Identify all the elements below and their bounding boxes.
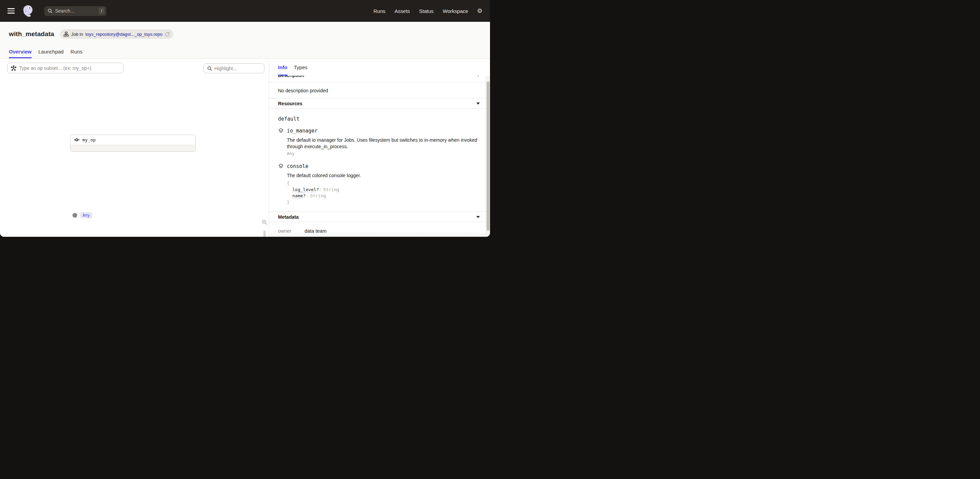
collapse-caret-icon[interactable] xyxy=(476,216,480,218)
description-title: Description xyxy=(278,76,304,78)
resources-title: Resources xyxy=(278,101,302,106)
graph-zoom-control xyxy=(261,219,267,237)
resource-description: The default colored console logger. xyxy=(287,172,478,179)
job-icon xyxy=(64,32,69,37)
section-header-resources: Resources xyxy=(269,98,490,109)
description-body: No description provided xyxy=(269,83,490,98)
tab-launchpad[interactable]: Launchpad xyxy=(38,49,64,58)
resource-layers-icon xyxy=(278,128,284,134)
metadata-title: Metadata xyxy=(278,214,299,220)
search-icon xyxy=(48,8,52,13)
resource-item-io-manager: io_manager The default io manager for Jo… xyxy=(278,128,481,156)
output-handle[interactable] xyxy=(73,213,77,218)
nav-link-assets[interactable]: Assets xyxy=(395,8,410,14)
metadata-key: owner xyxy=(278,228,305,234)
breadcrumb: Job in toys_repository@dagst..._op_toys.… xyxy=(60,29,173,39)
metadata-value: data team xyxy=(305,228,327,234)
section-header-metadata: Metadata xyxy=(269,212,490,222)
resource-type: Any xyxy=(287,151,481,156)
resource-name[interactable]: io_manager xyxy=(287,128,318,134)
page-tabs: Overview Launchpad Runs xyxy=(9,49,82,58)
dagster-logo-icon xyxy=(21,4,35,18)
zoom-slider-track[interactable] xyxy=(263,231,266,237)
metadata-body: owner data team link https://dagster.io xyxy=(269,222,490,237)
config-field-log-level: log_level?:String xyxy=(292,187,481,193)
op-icon xyxy=(74,138,80,142)
zoom-in-icon[interactable] xyxy=(262,219,267,225)
section-header-description: Description xyxy=(269,76,490,83)
op-node-my-op[interactable]: my_op xyxy=(70,134,196,152)
scrollbar-thumb[interactable] xyxy=(487,81,490,231)
top-nav: / Runs Assets Status Workspace ⚙ xyxy=(0,0,490,22)
resource-description: The default io manager for Jobs. Uses fi… xyxy=(287,137,478,150)
gear-icon[interactable]: ⚙ xyxy=(477,8,482,14)
tab-runs[interactable]: Runs xyxy=(70,49,82,58)
config-field-name: name?:String xyxy=(292,193,481,199)
search-input[interactable] xyxy=(55,8,96,14)
tab-info[interactable]: Info xyxy=(278,59,288,76)
metadata-row-owner: owner data team xyxy=(278,228,481,234)
highlight-search-icon xyxy=(207,66,212,71)
sidebar-tabs: Info Types xyxy=(269,59,490,76)
tab-overview[interactable]: Overview xyxy=(9,49,32,58)
resource-item-console: console The default colored console logg… xyxy=(278,163,481,206)
page-header: with_metadata Job in toys_repository@dag… xyxy=(0,22,490,59)
op-graph-panel: my_op Any xyxy=(0,59,269,237)
sidebar-info-panel: Info Types Description No description pr… xyxy=(269,59,490,237)
tab-types[interactable]: Types xyxy=(294,59,308,76)
resources-body: default io_manager The default io manage… xyxy=(269,109,490,212)
sidebar-scroll-area: Description No description provided Reso… xyxy=(269,76,490,237)
page-title: with_metadata xyxy=(9,30,54,38)
resource-group-name: default xyxy=(278,116,481,122)
global-search: / xyxy=(44,6,107,16)
collapse-caret-icon[interactable] xyxy=(476,102,480,105)
nav-links: Runs Assets Status Workspace xyxy=(374,8,468,14)
op-output: Any xyxy=(73,212,92,219)
op-node-footer xyxy=(70,145,195,151)
op-node-label: my_op xyxy=(82,137,95,142)
breadcrumb-repo-link[interactable]: toys_repository@dagst..._op_toys.repo xyxy=(86,32,162,37)
highlight-input[interactable] xyxy=(215,66,261,71)
nav-link-workspace[interactable]: Workspace xyxy=(443,8,468,14)
config-schema-block: { log_level?:String name?:String } xyxy=(287,180,481,206)
op-subset-filter xyxy=(7,63,124,73)
search-shortcut-badge: / xyxy=(99,8,105,14)
resource-layers-icon xyxy=(278,163,284,169)
collapse-caret-icon[interactable] xyxy=(476,76,480,76)
breadcrumb-prefix: Job in xyxy=(71,32,83,37)
output-type-badge[interactable]: Any xyxy=(80,212,92,219)
highlight-filter xyxy=(204,63,264,73)
sidebar-scrollbar[interactable] xyxy=(485,76,490,237)
resource-name[interactable]: console xyxy=(287,163,308,169)
refresh-icon[interactable] xyxy=(165,32,170,37)
op-subset-input[interactable] xyxy=(19,65,120,71)
hamburger-menu-icon[interactable] xyxy=(8,8,14,14)
graph-filter-icon xyxy=(11,65,16,71)
nav-link-runs[interactable]: Runs xyxy=(374,8,385,14)
app-window: / Runs Assets Status Workspace ⚙ with_me… xyxy=(0,0,490,237)
nav-link-status[interactable]: Status xyxy=(419,8,434,14)
